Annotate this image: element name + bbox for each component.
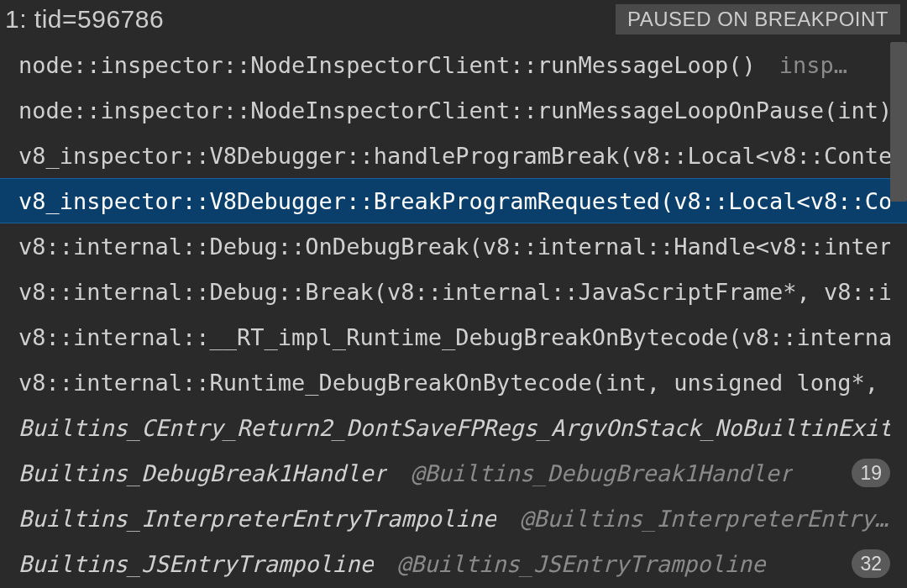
stack-frame-label: v8::internal::Debug::Break(v8::internal:… (18, 279, 890, 305)
stack-frame-label: Builtins_JSEntryTrampoline (18, 551, 374, 577)
stack-frame-label: v8_inspector::V8Debugger::handleProgramB… (18, 143, 890, 169)
stack-frame-label: v8::internal::__RT_impl_Runtime_DebugBre… (18, 324, 890, 350)
stack-frame-label: node::inspector::NodeInspectorClient::ru… (18, 97, 890, 123)
stack-frame-label: v8::internal::Debug::OnDebugBreak(v8::in… (18, 234, 890, 260)
stack-frame-source: @Builtins_InterpreterEntry… (520, 506, 889, 532)
stack-frame[interactable]: v8::internal::Runtime_DebugBreakOnByteco… (0, 360, 907, 405)
stack-frame-line-badge: 32 (852, 549, 890, 578)
stack-frame[interactable]: v8::internal::Debug::Break(v8::internal:… (0, 269, 907, 314)
vertical-scrollbar[interactable] (890, 42, 907, 202)
stack-frame-source: @Builtins_DebugBreak1Handler (411, 460, 793, 486)
stack-frame-source: insp… (779, 52, 847, 78)
stack-frames-list: node::inspector::NodeInspectorClient::ru… (0, 42, 907, 586)
stack-frame[interactable]: v8::internal::Debug::OnDebugBreak(v8::in… (0, 223, 907, 269)
stack-frame-label: node::inspector::NodeInspectorClient::ru… (18, 52, 756, 78)
stack-frame[interactable]: node::inspector::NodeInspectorClient::ru… (0, 42, 907, 87)
stack-frame-line-badge: 19 (852, 459, 890, 487)
stack-frame[interactable]: node::inspector::NodeInspectorClient::ru… (0, 87, 907, 133)
stack-frame[interactable]: v8_inspector::V8Debugger::BreakProgramRe… (0, 178, 907, 223)
stack-frame-label: v8::internal::Runtime_DebugBreakOnByteco… (18, 370, 878, 396)
call-stack-panel: 1: tid=596786 PAUSED ON BREAKPOINT node:… (0, 0, 907, 588)
stack-frame-label: v8_inspector::V8Debugger::BreakProgramRe… (18, 188, 890, 214)
stack-frame[interactable]: Builtins_DebugBreak1Handler@Builtins_Deb… (0, 450, 907, 496)
call-stack-header: 1: tid=596786 PAUSED ON BREAKPOINT (0, 0, 907, 42)
stack-frame[interactable]: Builtins_CEntry_Return2_DontSaveFPRegs_A… (0, 405, 907, 450)
stack-frame-label: Builtins_InterpreterEntryTrampoline (18, 506, 496, 532)
stack-frame[interactable]: Builtins_InterpreterEntryTrampoline@Buil… (0, 496, 907, 541)
status-badge: PAUSED ON BREAKPOINT (616, 4, 900, 34)
stack-frame[interactable]: Builtins_JSEntryTrampoline@Builtins_JSEn… (0, 541, 907, 586)
stack-frame-label: Builtins_CEntry_Return2_DontSaveFPRegs_A… (18, 415, 890, 441)
thread-title[interactable]: 1: tid=596786 (5, 5, 164, 34)
stack-frame[interactable]: v8::internal::__RT_impl_Runtime_DebugBre… (0, 314, 907, 360)
stack-frame[interactable]: v8_inspector::V8Debugger::handleProgramB… (0, 133, 907, 178)
stack-frame-source: @Builtins_JSEntryTrampoline (397, 551, 766, 577)
stack-frame-label: Builtins_DebugBreak1Handler (18, 460, 387, 486)
